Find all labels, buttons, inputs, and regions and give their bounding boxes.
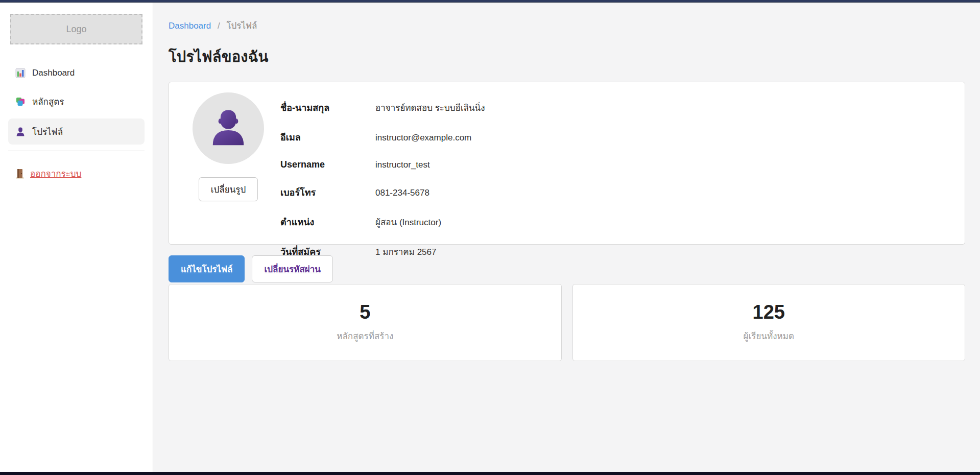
- stat-value: 125: [753, 302, 785, 322]
- field-label: อีเมล: [280, 130, 375, 145]
- content-area: Logo Dashboard: [0, 3, 980, 472]
- avatar: [193, 92, 264, 164]
- person-icon: [15, 127, 26, 137]
- logo-label: Logo: [66, 24, 86, 35]
- bar-chart-icon: [15, 68, 26, 78]
- edit-profile-button[interactable]: แก้ไขโปรไฟล์: [169, 255, 245, 282]
- breadcrumb-current: โปรไฟล์: [226, 21, 257, 31]
- field-row-name: ชื่อ-นามสกุล อาจารย์ทดสอบ ระบบอีเลินนิ่ง: [280, 100, 946, 115]
- bottom-edge-bar: [0, 472, 980, 475]
- field-value: 1 มกราคม 2567: [375, 245, 436, 258]
- sidebar: Logo Dashboard: [0, 3, 153, 472]
- field-value: อาจารย์ทดสอบ ระบบอีเลินนิ่ง: [375, 101, 485, 114]
- sidebar-item-label: หลักสูตร: [32, 94, 64, 108]
- profile-fields: ชื่อ-นามสกุล อาจารย์ทดสอบ ระบบอีเลินนิ่ง…: [280, 92, 946, 234]
- stats-row: 5 หลักสูตรที่สร้าง 125 ผู้เรียนทั้งหมด: [169, 284, 965, 361]
- sidebar-item-label: Dashboard: [32, 68, 75, 78]
- sidebar-nav: Dashboard หลักสูตร: [0, 62, 153, 145]
- breadcrumb: Dashboard / โปรไฟล์: [169, 18, 965, 32]
- field-value: instructor@example.com: [375, 133, 471, 143]
- breadcrumb-link-dashboard[interactable]: Dashboard: [169, 21, 211, 31]
- field-value: 081-234-5678: [375, 188, 429, 198]
- sidebar-item-profile[interactable]: โปรไฟล์: [8, 118, 145, 145]
- person-bust-icon: [207, 106, 250, 151]
- profile-card: เปลี่ยนรูป ชื่อ-นามสกุล อาจารย์ทดสอบ ระบ…: [169, 82, 965, 245]
- logout-label: ออกจากระบบ: [30, 167, 81, 180]
- field-row-email: อีเมล instructor@example.com: [280, 130, 946, 145]
- app-frame: Logo Dashboard: [0, 0, 980, 475]
- field-label: ตำแหน่ง: [280, 215, 375, 229]
- field-value: ผู้สอน (Instructor): [375, 215, 441, 229]
- sidebar-divider: [8, 151, 145, 151]
- stat-value: 5: [360, 302, 370, 322]
- door-icon: [15, 169, 25, 179]
- field-row-position: ตำแหน่ง ผู้สอน (Instructor): [280, 215, 946, 229]
- sidebar-item-dashboard[interactable]: Dashboard: [8, 62, 145, 84]
- page-title: โปรไฟล์ของฉัน: [169, 45, 965, 68]
- logo-placeholder: Logo: [10, 14, 142, 44]
- field-label: Username: [280, 159, 375, 170]
- change-photo-button[interactable]: เปลี่ยนรูป: [199, 177, 258, 201]
- stat-card-courses-created: 5 หลักสูตรที่สร้าง: [169, 284, 562, 361]
- sidebar-item-label: โปรไฟล์: [32, 125, 63, 138]
- field-row-username: Username instructor_test: [280, 159, 946, 170]
- main-content: Dashboard / โปรไฟล์ โปรไฟล์ของฉัน: [153, 3, 980, 472]
- avatar-column: เปลี่ยนรูป: [187, 92, 269, 234]
- actions-row: แก้ไขโปรไฟล์ เปลี่ยนรหัสผ่าน: [169, 255, 965, 282]
- layered-squares-icon: [15, 97, 26, 107]
- field-label: ชื่อ-นามสกุล: [280, 100, 375, 115]
- sidebar-item-courses[interactable]: หลักสูตร: [8, 88, 145, 114]
- stat-label: ผู้เรียนทั้งหมด: [744, 329, 794, 343]
- change-password-button[interactable]: เปลี่ยนรหัสผ่าน: [252, 255, 332, 282]
- field-value: instructor_test: [375, 160, 430, 170]
- breadcrumb-separator: /: [218, 21, 220, 31]
- stat-label: หลักสูตรที่สร้าง: [337, 329, 393, 343]
- stat-card-total-students: 125 ผู้เรียนทั้งหมด: [572, 284, 966, 361]
- field-label: เบอร์โทร: [280, 185, 375, 200]
- field-row-register-date: วันที่สมัคร 1 มกราคม 2567: [280, 244, 946, 259]
- logout-link[interactable]: ออกจากระบบ: [8, 167, 145, 180]
- field-row-phone: เบอร์โทร 081-234-5678: [280, 185, 946, 200]
